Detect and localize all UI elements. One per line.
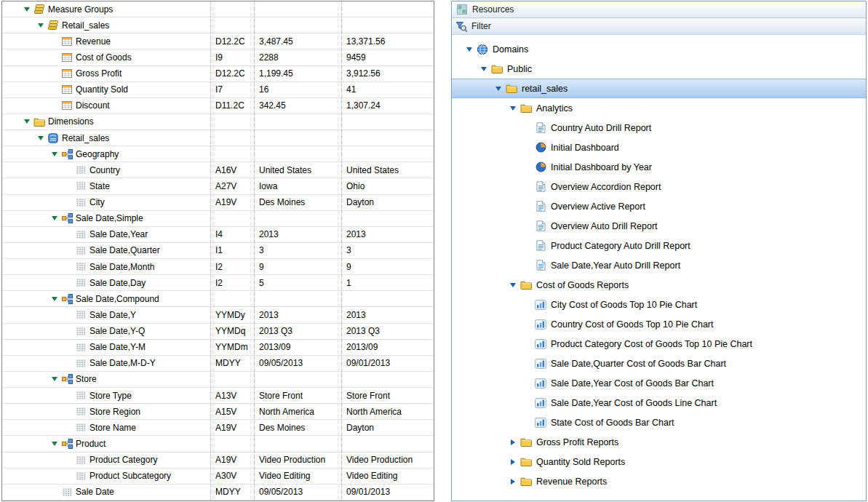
expand-arrow-icon[interactable]: [35, 23, 47, 28]
tree-cell: Dimensions: [2, 114, 210, 130]
table-row[interactable]: Product CategoryA19VVideo ProductionVide…: [2, 453, 434, 469]
expand-arrow-icon[interactable]: [493, 87, 504, 91]
tree-item[interactable]: Product Category Auto Drill Report: [452, 236, 866, 255]
table-row[interactable]: CityA19VDes MoinesDayton: [2, 195, 434, 211]
tree-cell: Store: [2, 372, 210, 387]
expand-arrow-icon[interactable]: [507, 439, 519, 445]
table-row[interactable]: Sale Date,MonthI299: [2, 259, 434, 275]
tree-item[interactable]: Country Auto Drill Report: [452, 118, 866, 138]
expand-arrow-icon[interactable]: [507, 479, 519, 485]
expand-arrow-icon[interactable]: [35, 136, 47, 140]
expand-arrow-icon[interactable]: [49, 152, 60, 156]
expand-arrow-icon[interactable]: [49, 216, 60, 220]
table-row[interactable]: Dimensions: [2, 114, 434, 130]
tree-item[interactable]: Sale Date,Quarter Cost of Goods Bar Char…: [452, 354, 866, 373]
tree-cell: Sale Date,Compound: [2, 291, 210, 306]
sample1-cell: [254, 146, 341, 162]
filter-bar[interactable]: Filter: [452, 18, 866, 35]
expand-arrow-icon[interactable]: [507, 283, 519, 287]
tree-item[interactable]: Revenue Reports: [452, 471, 866, 491]
table-row[interactable]: Store RegionA15VNorth AmericaNorth Ameri…: [2, 404, 434, 420]
expand-arrow-icon[interactable]: [49, 377, 60, 381]
tree-cell: Sale Date,M-D-Y: [2, 356, 210, 371]
table-row[interactable]: CountryA16VUnited StatesUnited States: [2, 162, 434, 178]
tree-item[interactable]: Sale Date,Year Auto Drill Report: [452, 255, 866, 275]
expand-arrow-icon[interactable]: [21, 119, 33, 124]
tree-item[interactable]: City Cost of Goods Top 10 Pie Chart: [452, 295, 866, 314]
doc-icon: [533, 122, 548, 133]
table-row[interactable]: Product: [2, 436, 434, 452]
sample2-cell: 2013 Q3: [341, 324, 434, 339]
table-row[interactable]: Sale Date,M-D-YMDYY09/05/201309/01/2013: [2, 356, 434, 372]
expand-arrow-icon[interactable]: [478, 67, 490, 71]
format-cell: [210, 211, 254, 226]
tree-item[interactable]: Sale Date,Year Cost of Goods Bar Chart: [452, 373, 866, 393]
tree-item[interactable]: Overview Active Report: [452, 196, 866, 216]
sample1-cell: Des Moines: [254, 420, 341, 435]
tree-item[interactable]: Public: [452, 59, 866, 79]
tree-item[interactable]: Country Cost of Goods Top 10 Pie Chart: [452, 314, 866, 334]
tree-cell: Revenue: [2, 33, 210, 49]
table-row[interactable]: Gross ProfitD12.2C1,199.453,912.56: [2, 66, 434, 82]
tree-cell: Sale Date,Quarter: [2, 243, 210, 258]
table-row[interactable]: Store TypeA13VStore FrontStore Front: [2, 388, 434, 404]
tree-item[interactable]: Analytics: [452, 98, 866, 118]
measure-icon: [60, 37, 73, 46]
expand-arrow-icon[interactable]: [507, 106, 519, 111]
field-grid-icon: [74, 391, 87, 399]
tree-item[interactable]: Initial Dashboard by Year: [452, 157, 866, 177]
table-row[interactable]: Sale Date,YearI420132013: [2, 227, 434, 243]
table-row[interactable]: Measure Groups: [2, 1, 434, 17]
format-cell: [210, 17, 254, 33]
expand-arrow-icon[interactable]: [49, 297, 60, 301]
table-row[interactable]: Retail_sales: [2, 130, 434, 146]
table-row[interactable]: Quantity SoldI71641: [2, 82, 434, 98]
table-row[interactable]: Geography: [2, 146, 434, 162]
table-row[interactable]: Sale Date,Y-QYYMDq2013 Q32013 Q3: [2, 324, 434, 340]
format-cell: D12.2C: [210, 66, 254, 81]
table-row[interactable]: Sale Date,Compound: [2, 291, 434, 307]
tree-item[interactable]: Domains: [452, 39, 866, 59]
table-row[interactable]: Product SubcategoryA30VVideo EditingVide…: [2, 469, 434, 485]
folder-icon: [504, 84, 519, 93]
tree-item[interactable]: Cost of Goods Reports: [452, 275, 866, 295]
table-row[interactable]: Sale Date,YYYMDy20132013: [2, 307, 434, 323]
tree-item[interactable]: Product Category Cost of Goods Top 10 Pi…: [452, 334, 866, 354]
format-cell: D11.2C: [210, 98, 254, 113]
tree-item[interactable]: Initial Dashboard: [452, 138, 866, 157]
tree-item[interactable]: State Cost of Goods Bar Chart: [452, 413, 866, 432]
expand-arrow-icon[interactable]: [507, 459, 519, 465]
tree-item[interactable]: Sale Date,Year Cost of Goods Line Chart: [452, 393, 866, 413]
sample1-cell: Video Production: [254, 453, 341, 468]
doc-icon: [533, 181, 548, 192]
format-cell: [210, 372, 254, 387]
folder-icon: [519, 280, 533, 290]
table-row[interactable]: Cost of GoodsI922889459: [2, 49, 434, 65]
table-row[interactable]: StateA27VIowaOhio: [2, 178, 434, 194]
table-row[interactable]: Sale Date,QuarterI133: [2, 243, 434, 259]
tree-cell: Product Category: [2, 453, 210, 468]
table-row[interactable]: DiscountD11.2C342.451,307.24: [2, 98, 434, 114]
expand-arrow-icon[interactable]: [463, 47, 475, 52]
tree-item[interactable]: retail_sales: [452, 79, 866, 98]
table-row[interactable]: Retail_sales: [2, 17, 434, 33]
tree-item[interactable]: Gross Profit Reports: [452, 432, 866, 452]
field-label: Sale Date,Day: [89, 278, 146, 288]
expand-arrow-icon[interactable]: [49, 442, 60, 446]
expand-arrow-icon[interactable]: [21, 7, 33, 12]
tree-item[interactable]: Overview Auto Drill Report: [452, 216, 866, 236]
table-row[interactable]: Store: [2, 372, 434, 388]
table-row[interactable]: RevenueD12.2C3,487.4513,371.56: [2, 33, 434, 49]
folder-icon: [33, 117, 46, 127]
table-row[interactable]: Sale Date,DayI251: [2, 275, 434, 291]
tree-cell: Country: [2, 162, 210, 178]
table-row[interactable]: Sale Date,Y-MYYMDm2013/092013/09: [2, 340, 434, 356]
field-label: Sale Date,Month: [89, 262, 154, 272]
tree-item[interactable]: Quantity Sold Reports: [452, 452, 866, 471]
tree-item[interactable]: Overview Accordion Report: [452, 177, 866, 196]
table-row[interactable]: Store NameA19VDes MoinesDayton: [2, 420, 434, 436]
table-row[interactable]: Sale DateMDYY09/05/201309/01/2013: [2, 485, 434, 501]
tree-cell: Store Type: [2, 388, 210, 403]
table-row[interactable]: Sale Date,Simple: [2, 211, 434, 227]
field-label: Cost of Goods: [76, 52, 132, 63]
